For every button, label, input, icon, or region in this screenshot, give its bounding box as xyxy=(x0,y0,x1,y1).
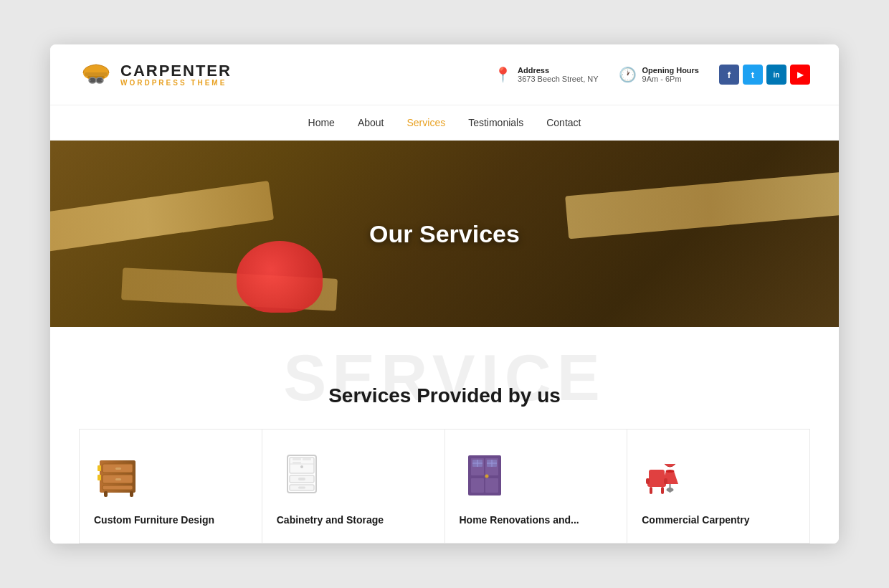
nav-testimonials[interactable]: Testimonials xyxy=(468,115,523,130)
service-card-cabinet: Cabinetry and Storage xyxy=(262,429,444,544)
service-card-commercial: Commercial Carpentry xyxy=(627,429,810,544)
services-cards: Custom Furniture Design xyxy=(79,429,810,544)
cabinet-icon xyxy=(277,450,327,500)
svg-point-44 xyxy=(667,488,674,492)
linkedin-button[interactable]: in xyxy=(766,65,786,85)
svg-point-45 xyxy=(666,470,675,473)
svg-rect-19 xyxy=(98,475,101,480)
logo-title: CARPENTER xyxy=(120,63,232,79)
address-label: Address xyxy=(518,66,599,75)
svg-rect-29 xyxy=(298,487,305,489)
nav-services[interactable]: Services xyxy=(407,115,445,130)
logo-text-block: CARPENTER WORDPRESS THEME xyxy=(120,63,232,87)
address-info: 📍 Address 3673 Beech Street, NY xyxy=(494,66,599,83)
card-title-furniture: Custom Furniture Design xyxy=(94,514,214,526)
svg-rect-23 xyxy=(293,458,301,460)
hero-title: Our Services xyxy=(369,220,520,248)
services-section: SERVICE Services Provided by us xyxy=(50,327,839,544)
facebook-button[interactable]: f xyxy=(719,65,739,85)
svg-rect-48 xyxy=(650,487,652,494)
card-title-cabinet: Cabinetry and Storage xyxy=(277,514,384,526)
service-card-furniture: Custom Furniture Design xyxy=(79,429,262,544)
logo-icon xyxy=(79,57,113,92)
svg-rect-35 xyxy=(485,478,498,493)
card-title-renovation: Home Renovations and... xyxy=(460,514,579,526)
logo-subtitle: WORDPRESS THEME xyxy=(120,79,232,87)
svg-rect-50 xyxy=(646,478,650,484)
youtube-button[interactable]: ▶ xyxy=(790,65,810,85)
svg-rect-25 xyxy=(293,462,301,464)
nav-home[interactable]: Home xyxy=(308,115,335,130)
svg-rect-34 xyxy=(471,478,484,493)
hero-banner: Our Services xyxy=(50,141,839,327)
svg-rect-46 xyxy=(649,470,665,483)
nav-contact[interactable]: Contact xyxy=(546,115,581,130)
site-nav: Home About Services Testimonials Contact xyxy=(50,105,839,141)
header-info: 📍 Address 3673 Beech Street, NY 🕐 Openin… xyxy=(494,65,810,85)
site-header: CARPENTER WORDPRESS THEME 📍 Address 3673… xyxy=(50,44,839,105)
clock-icon: 🕐 xyxy=(619,66,637,83)
svg-rect-1 xyxy=(85,72,108,76)
svg-point-36 xyxy=(485,475,488,478)
svg-rect-16 xyxy=(104,491,108,497)
services-wrapper: SERVICE Services Provided by us xyxy=(79,356,810,407)
door-icon xyxy=(460,450,510,500)
svg-rect-47 xyxy=(647,481,666,487)
svg-rect-6 xyxy=(96,80,97,81)
plank-decoration-1 xyxy=(50,181,274,255)
social-icons: f t in ▶ xyxy=(719,65,810,85)
svg-rect-17 xyxy=(130,491,133,497)
svg-rect-13 xyxy=(103,485,133,490)
svg-rect-14 xyxy=(115,468,121,470)
hours-label: Opening Hours xyxy=(642,66,699,75)
browser-window: CARPENTER WORDPRESS THEME 📍 Address 3673… xyxy=(50,44,839,544)
svg-rect-8 xyxy=(101,80,103,81)
chair-icon xyxy=(642,450,692,500)
service-card-renovation: Home Renovations and... xyxy=(444,429,627,544)
nav-about[interactable]: About xyxy=(358,115,384,130)
twitter-button[interactable]: t xyxy=(743,65,763,85)
furniture-icon xyxy=(94,450,144,500)
location-icon: 📍 xyxy=(494,66,512,83)
svg-rect-7 xyxy=(89,80,91,81)
svg-rect-15 xyxy=(115,478,121,480)
address-value: 3673 Beech Street, NY xyxy=(518,75,599,83)
services-heading: Services Provided by us xyxy=(79,384,810,407)
plank-decoration-2 xyxy=(565,171,839,240)
card-title-commercial: Commercial Carpentry xyxy=(642,514,749,526)
logo-area: CARPENTER WORDPRESS THEME xyxy=(79,57,232,92)
tool-decoration xyxy=(237,241,323,313)
hours-value: 9Am - 6Pm xyxy=(642,75,699,83)
hours-info: 🕐 Opening Hours 9Am - 6Pm xyxy=(619,66,699,83)
svg-rect-51 xyxy=(664,478,667,484)
svg-rect-24 xyxy=(303,458,311,460)
svg-rect-49 xyxy=(661,487,664,494)
svg-rect-18 xyxy=(98,465,101,471)
svg-rect-27 xyxy=(298,478,305,480)
svg-point-30 xyxy=(300,465,303,468)
